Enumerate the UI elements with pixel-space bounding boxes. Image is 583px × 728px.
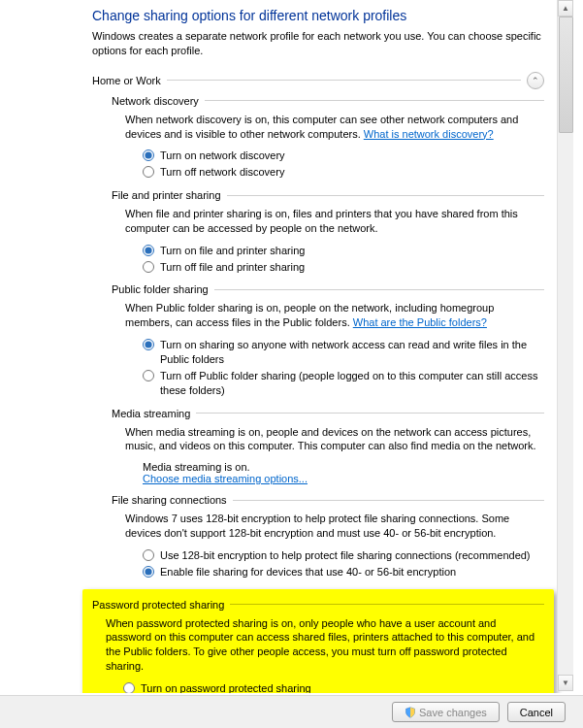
radio-public-folder-on[interactable] xyxy=(143,339,154,350)
radio-file-printer-off[interactable] xyxy=(143,261,154,273)
radio-network-discovery-off[interactable] xyxy=(143,166,154,178)
profile-label: Home or Work xyxy=(92,75,161,86)
scrollbar-thumb[interactable] xyxy=(559,17,573,133)
save-changes-button[interactable]: Save changes xyxy=(392,702,500,722)
radio-network-discovery-on[interactable] xyxy=(143,149,154,161)
media-status-text: Media streaming is on. xyxy=(143,461,544,473)
section-title: File and printer sharing xyxy=(112,189,221,201)
scroll-down-arrow-icon[interactable]: ▼ xyxy=(558,675,573,691)
radio-label[interactable]: Turn on network discovery xyxy=(160,149,544,163)
section-password-protected-sharing: Password protected sharing When password… xyxy=(92,599,544,693)
section-description: When media streaming is on, people and d… xyxy=(125,425,544,454)
radio-label[interactable]: Turn on password protected sharing xyxy=(141,681,544,693)
section-title: Network discovery xyxy=(112,95,199,107)
link-media-streaming-options[interactable]: Choose media streaming options... xyxy=(143,473,308,484)
divider xyxy=(227,195,544,196)
section-title: Media streaming xyxy=(112,408,190,419)
section-file-sharing-connections: File sharing connections Windows 7 uses … xyxy=(112,494,544,579)
section-description: When file and printer sharing is on, fil… xyxy=(125,207,544,236)
page-description: Windows creates a separate network profi… xyxy=(92,29,544,58)
page-title: Change sharing options for different net… xyxy=(92,8,544,23)
divider xyxy=(214,289,544,290)
radio-label[interactable]: Turn off file and printer sharing xyxy=(160,260,544,275)
section-title: Public folder sharing xyxy=(112,283,209,295)
divider xyxy=(230,604,544,605)
link-what-is-network-discovery[interactable]: What is network discovery? xyxy=(364,128,494,140)
radio-label[interactable]: Turn on sharing so anyone with network a… xyxy=(160,338,544,367)
radio-128bit-encryption[interactable] xyxy=(143,549,154,561)
section-title: Password protected sharing xyxy=(92,599,224,611)
highlight-password-protected: Password protected sharing When password… xyxy=(82,589,554,693)
radio-40-56bit-encryption[interactable] xyxy=(143,566,154,578)
section-title: File sharing connections xyxy=(112,494,227,506)
radio-file-printer-on[interactable] xyxy=(143,245,154,256)
button-label: Save changes xyxy=(419,707,487,718)
cancel-button[interactable]: Cancel xyxy=(507,702,566,722)
section-description: When password protected sharing is on, o… xyxy=(106,616,544,674)
radio-label[interactable]: Enable file sharing for devices that use… xyxy=(160,565,544,579)
section-public-folder-sharing: Public folder sharing When Public folder… xyxy=(112,283,544,397)
profile-header-home-work[interactable]: Home or Work ⌃ xyxy=(92,72,544,89)
link-what-are-public-folders[interactable]: What are the Public folders? xyxy=(353,316,487,328)
divider xyxy=(167,80,521,81)
radio-public-folder-off[interactable] xyxy=(143,370,154,381)
radio-password-protected-on[interactable] xyxy=(123,682,135,693)
shield-icon xyxy=(405,707,416,718)
radio-label[interactable]: Turn off network discovery xyxy=(160,165,544,180)
chevron-up-icon[interactable]: ⌃ xyxy=(527,72,544,89)
section-description: Windows 7 uses 128-bit encryption to hel… xyxy=(125,512,544,541)
section-media-streaming: Media streaming When media streaming is … xyxy=(112,408,544,485)
radio-label[interactable]: Use 128-bit encryption to help protect f… xyxy=(160,548,544,563)
vertical-scrollbar[interactable]: ▲ ▼ xyxy=(557,0,573,691)
footer-bar: Save changes Cancel xyxy=(0,695,583,728)
divider xyxy=(233,500,544,501)
radio-label[interactable]: Turn off Public folder sharing (people l… xyxy=(160,369,544,398)
section-file-printer-sharing: File and printer sharing When file and p… xyxy=(112,189,544,274)
section-network-discovery: Network discovery When network discovery… xyxy=(112,95,544,180)
divider xyxy=(205,100,544,101)
section-description: When Public folder sharing is on, people… xyxy=(125,301,544,330)
radio-label[interactable]: Turn on file and printer sharing xyxy=(160,244,544,258)
section-description: When network discovery is on, this compu… xyxy=(125,113,544,142)
scroll-up-arrow-icon[interactable]: ▲ xyxy=(558,0,573,17)
divider xyxy=(196,413,544,414)
